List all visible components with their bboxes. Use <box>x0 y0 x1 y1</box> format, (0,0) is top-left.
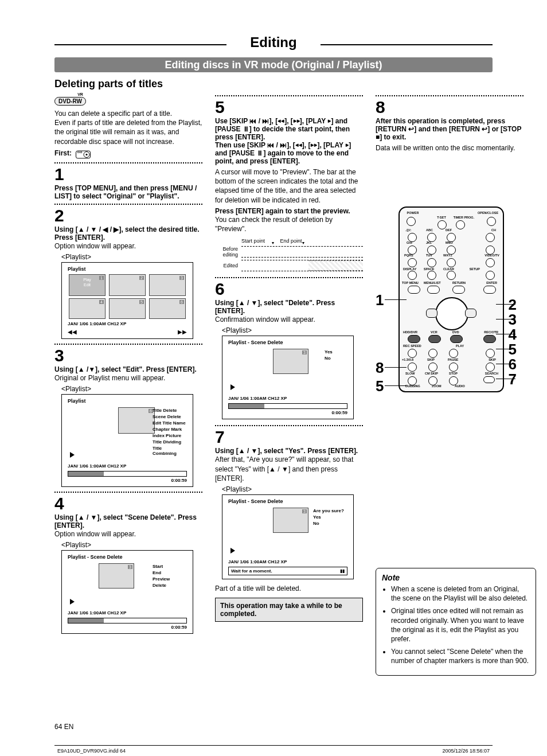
step-2-note: Option window will appear. <box>54 241 202 251</box>
recotr-button[interactable] <box>483 335 496 343</box>
menu-item: Start <box>153 563 187 570</box>
edit-strip: Start pointEnd point Before editing ▾▾ E… <box>215 238 363 271</box>
rlbl: DEF <box>446 228 452 232</box>
edit-menu-thumb: 6 <box>118 407 155 434</box>
menu-item: Index Picture <box>153 432 187 439</box>
note-title: Note <box>382 573 530 582</box>
page-header-title: Editing <box>237 34 309 50</box>
section-subhead: Deleting parts of titles <box>54 78 163 90</box>
digit-8[interactable] <box>427 258 436 267</box>
step-6-number: 6 <box>215 280 363 298</box>
before-editing-label: Before editing <box>215 246 238 258</box>
videotv-button[interactable] <box>486 258 495 267</box>
digit-9[interactable] <box>447 258 456 267</box>
play-icon <box>230 384 235 390</box>
step-1-title: Press [TOP MENU], and then press [MENU /… <box>54 184 202 200</box>
enter-button[interactable] <box>483 286 496 294</box>
scene-delete-info: JAN/ 1/06 1:00AM CH12 XP <box>68 610 190 615</box>
step-5-p2: Press [ENTER] again to start the preview… <box>215 207 363 215</box>
power-button[interactable] <box>407 217 416 226</box>
rlbl: CM SKIP <box>425 372 438 375</box>
print-stamp: 2005/12/26 18:56:07 <box>442 748 490 754</box>
ch-up-button[interactable] <box>486 233 495 242</box>
rlbl: ZOOM <box>432 384 441 388</box>
remote-control: POWER OPEN/CLOSE T-SET TIMER PROG. .@/: … <box>398 206 504 392</box>
dpad-left[interactable] <box>426 309 437 318</box>
rlbl: SKIP <box>427 358 435 361</box>
wait-text: Wait for a moment. <box>231 568 272 574</box>
openclose-button[interactable] <box>487 217 496 226</box>
menu-item: No <box>313 520 347 527</box>
caption-playlist-3: <Playlist> <box>61 541 202 549</box>
step-4-title: Using [▲ / ▼], select "Scene Delete". Pr… <box>54 513 202 529</box>
remote-openclose-label: OPEN/CLOSE <box>478 211 498 215</box>
step-8-p: Data will be written onto the disc momen… <box>376 143 523 153</box>
note-item: You cannot select "Scene Delete" when th… <box>391 647 530 665</box>
caption-playlist-1: <Playlist> <box>61 253 202 261</box>
column-1: DVD-RW You can delete a specific part of… <box>54 95 202 634</box>
busy-icon: ▮▮ <box>340 568 345 574</box>
caption-playlist-2: <Playlist> <box>61 385 202 393</box>
menu-item: Delete <box>153 582 187 589</box>
search-button[interactable] <box>483 376 495 383</box>
menulist-button[interactable] <box>427 286 440 294</box>
rlbl: ×1.3/0.8 <box>402 358 413 361</box>
menu-item: Edit Title Name <box>153 420 187 426</box>
dvd-rw-badge: DVD-RW <box>54 97 86 106</box>
play-icon <box>70 599 75 605</box>
digit-0[interactable] <box>427 271 436 280</box>
timerprog-button[interactable] <box>456 220 465 229</box>
display-button[interactable] <box>408 271 417 280</box>
hdd-dvr-button[interactable] <box>408 335 420 343</box>
rlbl: SPACE <box>424 267 435 271</box>
skipfwd-button[interactable] <box>486 363 495 372</box>
intro-1: You can delete a specific part of a titl… <box>54 109 202 118</box>
dpad-right[interactable] <box>465 309 476 318</box>
step-4-note: Option window will appear. <box>54 529 202 539</box>
rew-button[interactable] <box>428 349 437 358</box>
rlbl: JKL <box>426 241 432 244</box>
sure-menu: Are you sure? Yes No <box>313 508 347 527</box>
menu-item: Chapter Mark <box>153 426 187 432</box>
step-8-number: 8 <box>376 99 523 116</box>
step-5-number: 5 <box>215 99 363 116</box>
scene-delete-time: 0:00:59 <box>64 625 187 630</box>
pager-left: ◀◀ <box>68 329 77 335</box>
thumb-6: 6 <box>149 298 186 319</box>
rec-button[interactable] <box>486 271 495 280</box>
page-header: Editing <box>54 34 493 54</box>
edit-menu-time: 0:00:59 <box>64 478 187 483</box>
thumb-5: 5 <box>109 298 146 319</box>
rlbl: REC SPEED <box>403 344 421 348</box>
digit-7[interactable] <box>408 258 417 267</box>
dpad-ring[interactable] <box>435 297 468 330</box>
ff-button[interactable] <box>486 349 495 358</box>
skipback-button[interactable] <box>428 363 437 372</box>
clear-button[interactable] <box>447 271 456 280</box>
vcr-button[interactable] <box>428 335 441 343</box>
sure-info: JAN/ 1/06 1:00AM CH12 XP <box>228 559 351 564</box>
sure-screen: Playlist - Scene Delete 3 Are you sure? … <box>222 494 354 579</box>
menu-item: Are you sure? <box>313 508 347 514</box>
speed-button[interactable] <box>408 363 417 372</box>
rlbl: .@/: <box>405 228 411 232</box>
play-button[interactable] <box>449 349 458 358</box>
playlist-screen: Playlist 1PlayEdit 2 3 4 5 6 JAN/ 1/06 1… <box>61 262 193 339</box>
return-button[interactable] <box>452 286 465 294</box>
first-label: First: DVD <box>54 149 202 159</box>
recspeed-button[interactable] <box>408 349 417 358</box>
dvd-button[interactable] <box>450 335 463 343</box>
delete-confirm-menu: Yes No <box>325 349 347 361</box>
scene-delete-screen: Playlist - Scene Delete 3 Start End Prev… <box>61 550 193 634</box>
rlbl: SLOW <box>405 372 415 375</box>
pause-button[interactable] <box>449 363 458 372</box>
step-2-title: Using [▲ / ▼ / ◀ / ▶], select the desire… <box>54 225 202 241</box>
playlist-info: JAN/ 1/06 1:00AM CH12 XP <box>68 321 190 326</box>
step-6-note: Confirmation window will appear. <box>215 315 363 324</box>
edit-menu-screen: Playlist 6 Title Delete Scene Delete Edi… <box>61 394 193 487</box>
step-6-title: Using [▲ / ▼], select "Delete". Press [E… <box>215 299 363 315</box>
topmenu-button[interactable] <box>408 286 420 294</box>
disc-icon: DVD <box>76 149 91 159</box>
rlbl: CH <box>491 228 496 232</box>
remote-power-label: POWER <box>404 211 421 215</box>
